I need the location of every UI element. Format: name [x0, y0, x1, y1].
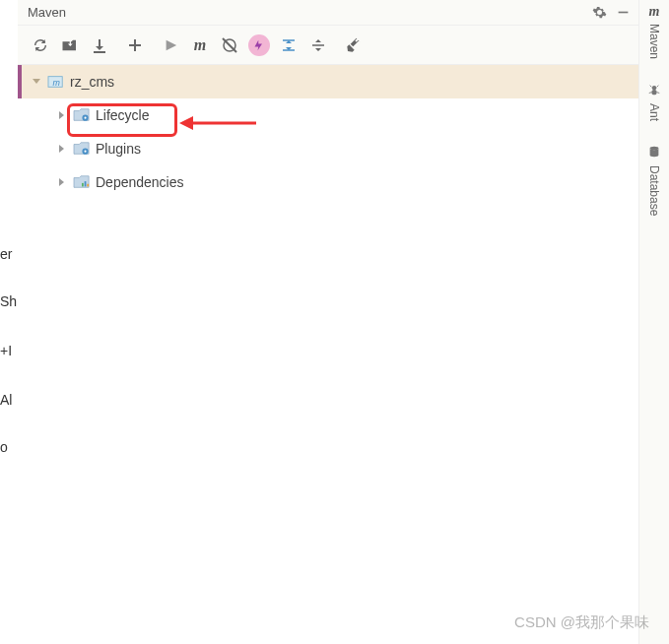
settings-icon[interactable] — [589, 3, 609, 23]
expand-all-button[interactable] — [303, 31, 333, 60]
svg-point-12 — [652, 86, 656, 90]
cut-d: Al — [0, 392, 12, 408]
collapse-arrow-icon[interactable] — [55, 175, 69, 189]
maven-tool-window: Maven m m rz_cms Lifecycle — [18, 0, 638, 644]
folder-gear-icon — [72, 140, 92, 158]
svg-text:m: m — [52, 78, 59, 88]
folder-gear-icon — [72, 106, 92, 124]
tree-item-label: Plugins — [96, 141, 141, 157]
tree-root-label: rz_cms — [70, 74, 114, 90]
rail-label: Database — [647, 165, 661, 216]
maven-module-icon: m — [46, 73, 66, 91]
rail-database[interactable]: Database — [647, 145, 661, 216]
ant-icon — [647, 83, 661, 99]
settings-button[interactable] — [339, 31, 368, 60]
tree-root[interactable]: m rz_cms — [18, 65, 638, 98]
tree-lifecycle[interactable]: Lifecycle — [18, 98, 638, 132]
collapse-all-button[interactable] — [274, 31, 303, 60]
tree-plugins[interactable]: Plugins — [18, 132, 638, 165]
minimize-icon[interactable] — [613, 3, 633, 23]
panel-header: Maven — [18, 0, 638, 26]
svg-point-13 — [651, 90, 656, 95]
skip-tests-button[interactable] — [215, 31, 244, 60]
maven-tree: m rz_cms Lifecycle Plugins Dependencies — [18, 65, 638, 199]
offline-mode-button[interactable] — [244, 31, 274, 60]
cut-a: er — [0, 246, 12, 262]
expand-arrow-icon[interactable] — [30, 75, 43, 89]
svg-rect-9 — [85, 181, 87, 186]
cut-b: Sh — [0, 293, 17, 309]
database-icon — [647, 145, 661, 161]
add-button[interactable] — [120, 31, 150, 60]
cropped-left-panel: er Sh +I Al o — [0, 0, 18, 644]
rail-maven[interactable]: m Maven — [647, 4, 661, 59]
right-tool-strip: m Maven Ant Database — [638, 0, 669, 644]
cut-c: +I — [0, 343, 12, 358]
tree-item-label: Dependencies — [96, 174, 184, 190]
svg-rect-8 — [82, 183, 84, 187]
rail-label: Ant — [647, 103, 661, 121]
collapse-arrow-icon[interactable] — [55, 142, 69, 156]
svg-point-7 — [84, 151, 86, 153]
svg-point-14 — [650, 147, 659, 151]
panel-title: Maven — [28, 5, 585, 20]
folder-chart-icon — [72, 173, 92, 191]
execute-goal-button[interactable]: m — [185, 31, 215, 60]
tree-dependencies[interactable]: Dependencies — [18, 165, 638, 199]
rail-ant[interactable]: Ant — [647, 83, 661, 121]
refresh-button[interactable] — [26, 31, 55, 60]
download-sources-button[interactable] — [85, 31, 114, 60]
svg-rect-0 — [618, 12, 628, 14]
run-button[interactable] — [156, 31, 185, 60]
svg-rect-10 — [87, 184, 89, 187]
maven-icon: m — [649, 4, 660, 20]
collapse-arrow-icon[interactable] — [55, 108, 69, 122]
cut-e: o — [0, 439, 8, 455]
svg-point-5 — [84, 117, 86, 119]
maven-toolbar: m — [18, 26, 638, 65]
tree-item-label: Lifecycle — [96, 107, 149, 123]
rail-label: Maven — [647, 24, 661, 59]
generate-sources-button[interactable] — [55, 31, 85, 60]
